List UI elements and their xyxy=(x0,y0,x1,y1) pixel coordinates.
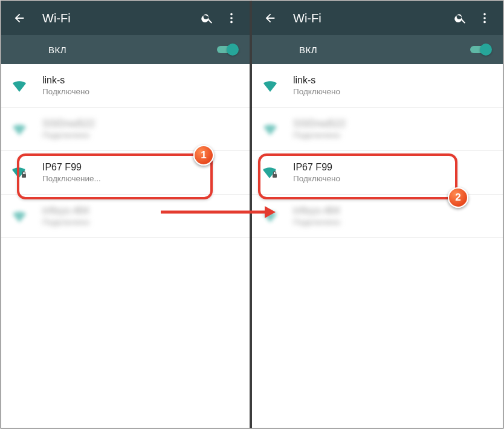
wifi-signal-icon xyxy=(262,80,279,92)
wifi-signal-lock-icon xyxy=(11,123,28,135)
wifi-network-row[interactable]: link-s Подключено xyxy=(252,64,503,108)
network-name: inftsys-484 xyxy=(293,205,340,216)
step-badge-2: 2 xyxy=(448,187,468,208)
phone-screen-1: Wi-Fi ВКЛ link-s Подключено xyxy=(1,1,252,428)
network-status: Подключено xyxy=(42,218,89,227)
wifi-toggle-label: ВКЛ xyxy=(299,45,470,55)
svg-point-6 xyxy=(483,21,486,24)
wifi-signal-lock-icon xyxy=(11,166,28,179)
network-status: Подключено xyxy=(293,131,346,140)
wifi-toggle-switch[interactable] xyxy=(470,44,492,56)
search-button[interactable] xyxy=(448,6,473,30)
svg-point-5 xyxy=(483,17,486,19)
wifi-master-toggle-row: ВКЛ xyxy=(252,35,503,64)
wifi-signal-icon xyxy=(11,80,28,92)
wifi-network-row[interactable]: SSIDred522 Подключено xyxy=(1,108,250,151)
network-name: IP67 F99 xyxy=(293,162,340,173)
search-icon xyxy=(454,11,467,25)
wifi-network-row[interactable]: link-s Подключено xyxy=(1,64,250,108)
network-name: inftsys-484 xyxy=(42,205,89,216)
network-status: Подключено xyxy=(293,218,340,227)
network-status: Подключено xyxy=(293,87,340,96)
app-bar: Wi-Fi xyxy=(1,1,250,35)
arrow-back-icon xyxy=(13,11,26,25)
wifi-network-row-highlighted[interactable]: IP67 F99 Подключено xyxy=(252,151,503,195)
page-title: Wi-Fi xyxy=(293,11,448,25)
wifi-signal-icon xyxy=(262,210,279,222)
wifi-network-row[interactable]: SSIDred522 Подключено xyxy=(252,108,503,151)
search-button[interactable] xyxy=(195,6,219,30)
network-name: link-s xyxy=(42,75,89,86)
wifi-network-list: link-s Подключено SSIDred522 Подключено xyxy=(252,64,503,238)
arrow-back-icon xyxy=(263,11,277,25)
app-bar: Wi-Fi xyxy=(252,1,503,35)
svg-rect-7 xyxy=(273,174,277,178)
svg-rect-3 xyxy=(22,174,26,178)
network-name: link-s xyxy=(293,75,340,86)
page-title: Wi-Fi xyxy=(42,11,195,25)
wifi-toggle-switch[interactable] xyxy=(217,44,239,56)
more-button[interactable] xyxy=(219,6,244,30)
back-button[interactable] xyxy=(258,6,282,30)
network-name: SSIDred522 xyxy=(293,118,346,129)
wifi-network-row[interactable]: inftsys-484 Подключено xyxy=(1,195,250,238)
wifi-signal-lock-icon xyxy=(262,166,279,179)
search-icon xyxy=(201,11,214,25)
network-status: Подключено xyxy=(42,87,89,96)
step-badge-1: 1 xyxy=(193,145,214,166)
wifi-signal-lock-icon xyxy=(262,123,279,135)
svg-point-4 xyxy=(483,13,486,16)
more-vert-icon xyxy=(478,11,491,25)
more-vert-icon xyxy=(225,11,238,25)
network-name: IP67 F99 xyxy=(42,162,101,173)
svg-point-2 xyxy=(230,21,233,24)
wifi-master-toggle-row: ВКЛ xyxy=(1,35,250,64)
svg-point-0 xyxy=(230,13,233,16)
network-status: Подключено xyxy=(293,174,340,183)
wifi-signal-icon xyxy=(11,210,28,222)
more-button[interactable] xyxy=(473,6,497,30)
network-status: Подключено xyxy=(42,131,95,140)
back-button[interactable] xyxy=(7,6,31,30)
network-name: SSIDred522 xyxy=(42,118,95,129)
svg-point-1 xyxy=(230,17,233,19)
phone-screen-2: Wi-Fi ВКЛ link-s Подключено xyxy=(252,1,503,428)
wifi-toggle-label: ВКЛ xyxy=(48,45,217,55)
network-status: Подключение... xyxy=(42,174,101,183)
